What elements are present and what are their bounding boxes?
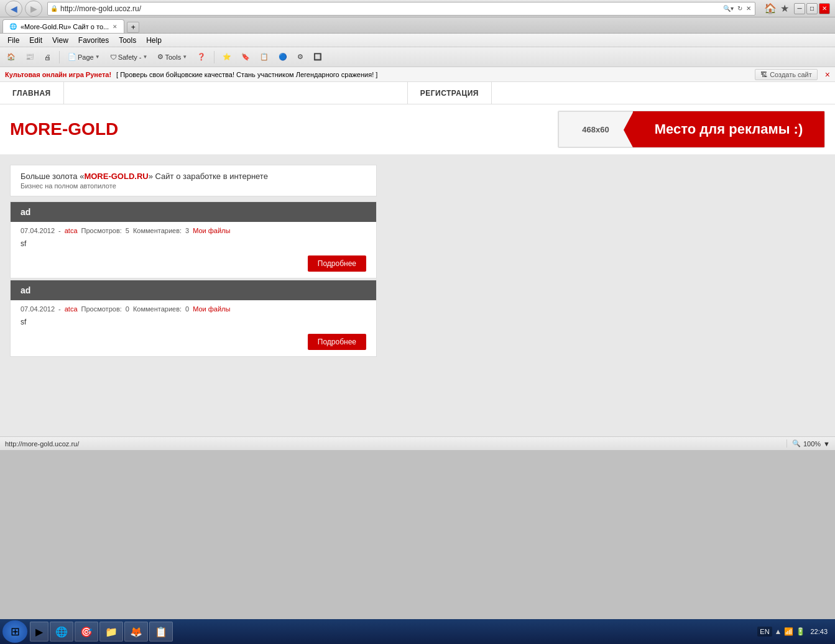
refresh-button[interactable]: ↻ — [736, 5, 744, 12]
page-label: Page — [78, 53, 94, 61]
page-dropdown-arrow: ▼ — [95, 54, 100, 60]
toolbar-tools[interactable]: ⚙ Tools ▼ — [153, 51, 191, 63]
toolbar-extra-2[interactable]: 🔖 — [237, 51, 254, 63]
ad-banner[interactable]: 468x60 Место для рекламы :) — [558, 111, 825, 148]
page-icon: 📄 — [68, 53, 76, 61]
site-desc-subtitle: Бизнес на полном автопилоте — [21, 182, 366, 190]
toolbar-separator-2 — [214, 51, 215, 63]
toolbar-print[interactable]: 🖨 — [40, 52, 55, 63]
site-description: Больше золота «MORE-GOLD.RU» Сайт о зара… — [10, 165, 377, 196]
site-logo: MORE-GOLD — [10, 119, 118, 139]
post-comments-count-2: 0 — [185, 305, 189, 313]
post-more-2: Подробнее — [11, 331, 376, 356]
safety-dropdown-arrow: ▼ — [143, 54, 148, 60]
menu-tools[interactable]: Tools — [114, 35, 141, 46]
status-url: http://more-gold.ucoz.ru/ — [5, 440, 787, 448]
site-content: Больше золота «MORE-GOLD.RU» Сайт о зара… — [0, 155, 835, 368]
home-icon: 🏠 — [7, 53, 16, 61]
menu-edit[interactable]: Edit — [24, 35, 47, 46]
safety-label: Safety - — [118, 53, 142, 61]
url-display[interactable]: http://more-gold.ucoz.ru/ — [60, 4, 719, 13]
post-myfiles-link-2[interactable]: Мои файлы — [193, 305, 230, 313]
tab-bar: 🌐 «More-Gold.Ru» Сайт о то... ✕ + — [0, 17, 835, 34]
status-zoom[interactable]: 🔍 100% ▼ — [787, 439, 830, 448]
zoom-dropdown[interactable]: ▼ — [823, 440, 830, 448]
forward-button[interactable]: ▶ — [25, 1, 42, 17]
tools-label: Tools — [165, 53, 181, 61]
post-author-link-1[interactable]: atca — [65, 227, 78, 234]
toolbar-extra-6[interactable]: 🔲 — [309, 51, 326, 63]
post-content-2: sf — [11, 315, 376, 331]
toolbar-help[interactable]: ❓ — [193, 51, 210, 63]
search-dropdown[interactable]: 🔍▾ — [722, 5, 735, 12]
post-content-1: sf — [11, 237, 376, 253]
content-main: Больше золота «MORE-GOLD.RU» Сайт о зара… — [10, 165, 377, 358]
extra-icon-5: ⚙ — [297, 53, 303, 61]
menu-view[interactable]: View — [47, 35, 73, 46]
logo-text-after: GOLD — [68, 119, 118, 139]
post-sep-1: - — [58, 227, 61, 234]
close-button[interactable]: ✕ — [819, 3, 830, 14]
post-meta-2: 07.04.2012 - atca Просмотров: 0 Коммента… — [11, 300, 376, 315]
toolbar-page[interactable]: 📄 Page ▼ — [63, 51, 104, 63]
toolbar-safety[interactable]: 🛡 Safety - ▼ — [106, 52, 152, 63]
ad-banner-text: Место для рекламы :) — [633, 111, 824, 147]
stop-button[interactable]: ✕ — [745, 5, 752, 12]
window-controls[interactable]: ◀ ▶ — [5, 1, 42, 17]
toolbar-nav-group: 🏠 📰 🖨 📄 Page ▼ 🛡 Safety - ▼ ⚙ Tools ▼ ❓ — [2, 51, 326, 63]
address-actions[interactable]: 🔍▾ ↻ ✕ — [722, 5, 752, 12]
tab-close-button[interactable]: ✕ — [113, 24, 118, 30]
menu-file[interactable]: File — [2, 35, 24, 46]
toolbar-extra-4[interactable]: 🔵 — [274, 51, 292, 63]
toolbar-extra-5[interactable]: ⚙ — [293, 51, 308, 63]
post-views-count-2: 0 — [126, 305, 129, 313]
more-button-1[interactable]: Подробнее — [308, 255, 366, 272]
site-nav-home[interactable]: ГЛАВНАЯ — [0, 82, 64, 104]
extra-icon-2: 🔖 — [241, 53, 250, 61]
tools-icon: ⚙ — [157, 53, 164, 61]
feeds-icon: 📰 — [25, 53, 34, 61]
post-more-1: Подробнее — [11, 253, 376, 278]
create-site-button[interactable]: 🏗 Создать сайт — [755, 69, 818, 80]
menu-help[interactable]: Help — [141, 35, 167, 46]
site-nav-register[interactable]: РЕГИСТРАЦИЯ — [408, 82, 492, 104]
post-comments-label-1: Комментариев: — [133, 227, 182, 234]
ad-game-text[interactable]: Культовая онлайн игра Рунета! — [5, 71, 111, 78]
post-date-1: 07.04.2012 — [21, 227, 55, 234]
toolbar-feeds[interactable]: 📰 — [21, 51, 39, 63]
back-button[interactable]: ◀ — [5, 1, 22, 17]
post-author-link-2[interactable]: atca — [65, 305, 78, 313]
print-icon: 🖨 — [44, 53, 51, 61]
minimize-button[interactable]: ─ — [794, 3, 805, 14]
home-button[interactable]: 🏠 — [764, 2, 777, 14]
toolbar-home[interactable]: 🏠 — [2, 51, 20, 63]
more-button-2[interactable]: Подробнее — [308, 334, 366, 350]
logo-text-before: MORE — [10, 119, 62, 139]
desc-brand: MORE-GOLD.RU — [84, 172, 148, 181]
window-state-controls[interactable]: ─ □ ✕ — [794, 3, 830, 14]
toolbar-extra-1[interactable]: ⭐ — [218, 51, 236, 63]
toolbar-separator — [59, 51, 60, 63]
post-header-1: ad — [11, 202, 376, 222]
toolbar: 🏠 📰 🖨 📄 Page ▼ 🛡 Safety - ▼ ⚙ Tools ▼ ❓ — [0, 47, 835, 67]
menu-favorites[interactable]: Favorites — [73, 35, 114, 46]
address-bar[interactable]: 🔒 http://more-gold.ucoz.ru/ 🔍▾ ↻ ✕ — [47, 2, 755, 16]
menu-bar: File Edit View Favorites Tools Help — [0, 34, 835, 47]
active-tab[interactable]: 🌐 «More-Gold.Ru» Сайт о то... ✕ — [2, 19, 124, 33]
post-views-count-1: 5 — [126, 227, 129, 234]
toolbar-extra-3[interactable]: 📋 — [256, 51, 273, 63]
new-tab-button[interactable]: + — [127, 22, 139, 33]
maximize-button[interactable]: □ — [806, 3, 818, 14]
ad-banner-size: 468x60 — [558, 111, 633, 147]
site-desc-title: Больше золота «MORE-GOLD.RU» Сайт о зара… — [21, 172, 366, 181]
post-header-2: ad — [11, 280, 376, 300]
post-myfiles-link-1[interactable]: Мои файлы — [193, 227, 230, 234]
favorites-button[interactable]: ★ — [780, 2, 789, 14]
website-frame: ГЛАВНАЯ РЕГИСТРАЦИЯ MORE-GOLD 468x60 Мес… — [0, 82, 835, 436]
post-views-label-2: Просмотров: — [81, 305, 122, 313]
ad-bar-close[interactable]: × — [825, 70, 830, 80]
desc-prefix: Больше золота « — [21, 172, 84, 181]
content-sidebar — [387, 165, 825, 358]
create-site-icon: 🏗 — [760, 71, 767, 78]
ad-promo-text[interactable]: [ Проверь свои бойцовские качества! Стан… — [116, 71, 377, 78]
